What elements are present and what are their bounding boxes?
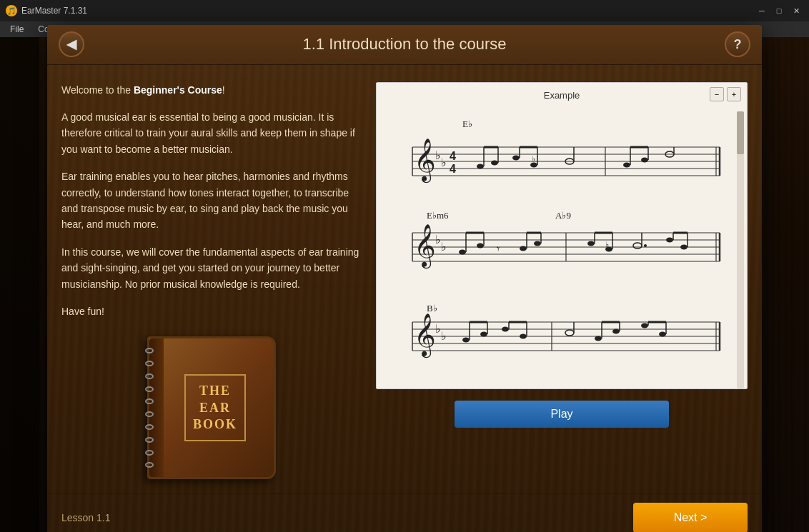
- scrollbar-track: [737, 111, 744, 388]
- book-area: THE EAR BOOK: [61, 336, 362, 479]
- lesson-label: Lesson 1.1: [61, 512, 111, 523]
- app-icon: 🎵: [6, 5, 17, 16]
- spiral-ring: [145, 450, 154, 456]
- paragraph-5: Have fun!: [61, 303, 362, 319]
- svg-text:♭: ♭: [441, 330, 447, 342]
- svg-text:♭: ♭: [435, 323, 441, 335]
- svg-text:♭: ♭: [605, 240, 609, 249]
- app-title: EarMaster 7.1.31: [21, 6, 87, 16]
- sheet-music-content: E♭: [377, 83, 747, 388]
- svg-point-20: [530, 162, 537, 167]
- spiral-ring: [145, 398, 154, 404]
- zoom-out-button[interactable]: −: [710, 87, 724, 101]
- spiral-ring: [145, 437, 154, 443]
- title-bar-left: 🎵 EarMaster 7.1.31: [6, 5, 87, 16]
- spiral-ring: [145, 386, 154, 392]
- svg-point-18: [512, 155, 520, 160]
- svg-point-105: [659, 331, 666, 336]
- svg-point-65: [633, 243, 642, 249]
- svg-text:𝄞: 𝄞: [414, 224, 436, 269]
- title-bar: 🎵 EarMaster 7.1.31 ─ □ ✕: [0, 0, 809, 21]
- modal-footer: Lesson 1.1 Next >: [47, 493, 762, 532]
- svg-point-59: [587, 241, 595, 246]
- svg-point-85: [462, 337, 470, 342]
- svg-point-100: [612, 328, 620, 333]
- spiral-ring: [145, 361, 154, 366]
- svg-text:♭: ♭: [435, 234, 441, 246]
- svg-text:E♭m6: E♭m6: [427, 210, 449, 221]
- svg-point-70: [680, 244, 688, 249]
- chord-label-eb: E♭: [462, 119, 472, 129]
- svg-point-90: [502, 326, 509, 331]
- paragraph-3: Ear training enables you to hear pitches…: [61, 169, 362, 233]
- example-label: Example: [544, 90, 580, 101]
- sheet-music-display: Example − + E♭: [376, 82, 748, 389]
- back-button[interactable]: ◀: [59, 31, 84, 57]
- svg-point-15: [491, 160, 498, 165]
- paragraph-4: In this course, we will cover the fundam…: [61, 244, 362, 292]
- modal-overlay: ◀ 1.1 Introduction to the course ? Welco…: [0, 37, 809, 532]
- ear-book-decoration: THE EAR BOOK: [147, 336, 276, 479]
- svg-point-27: [623, 162, 630, 167]
- menu-file[interactable]: File: [3, 23, 31, 36]
- svg-text:♭: ♭: [435, 149, 441, 161]
- scrollbar-thumb: [737, 111, 744, 154]
- svg-point-67: [644, 244, 647, 247]
- svg-point-98: [595, 336, 602, 341]
- book-title: THE EAR BOOK: [184, 374, 246, 441]
- svg-text:♭: ♭: [532, 154, 535, 163]
- modal-body: Welcome to the Beginner's Course! A good…: [47, 65, 762, 494]
- spiral-ring: [145, 373, 154, 379]
- svg-point-87: [480, 331, 487, 336]
- svg-point-68: [666, 237, 673, 242]
- title-bar-controls: ─ □ ✕: [755, 4, 803, 18]
- svg-point-96: [565, 330, 574, 336]
- app-background: ◀ 1.1 Introduction to the course ? Welco…: [0, 37, 809, 532]
- svg-point-13: [477, 164, 484, 169]
- svg-point-47: [459, 249, 466, 254]
- svg-text:♭: ♭: [441, 241, 447, 253]
- modal-dialog: ◀ 1.1 Introduction to the course ? Welco…: [47, 25, 762, 532]
- svg-text:A♭9: A♭9: [555, 210, 571, 221]
- spiral-ring: [145, 424, 154, 430]
- play-button[interactable]: Play: [455, 401, 669, 428]
- svg-text:♭: ♭: [441, 156, 447, 169]
- svg-text:4: 4: [450, 163, 456, 175]
- spiral-ring: [145, 348, 154, 353]
- svg-point-53: [520, 246, 527, 251]
- svg-point-29: [641, 157, 648, 162]
- intro-paragraph: Welcome to the Beginner's Course!: [61, 82, 362, 98]
- modal-title: 1.1 Introduction to the course: [84, 35, 725, 54]
- svg-text:B♭: B♭: [427, 303, 437, 313]
- next-button[interactable]: Next >: [633, 503, 748, 532]
- svg-point-103: [641, 323, 648, 328]
- paragraph-2: A good musical ear is essential to being…: [61, 109, 362, 157]
- help-button[interactable]: ?: [725, 31, 750, 57]
- sheet-music-svg: E♭: [384, 111, 734, 388]
- svg-text:𝄞: 𝄞: [414, 139, 436, 184]
- book-spiral: [144, 338, 155, 477]
- svg-text:4: 4: [450, 150, 456, 162]
- svg-point-49: [477, 243, 484, 248]
- svg-point-55: [534, 241, 541, 246]
- spiral-ring: [145, 462, 154, 468]
- play-button-area: Play: [376, 401, 748, 428]
- music-panel: Example − + E♭: [376, 82, 748, 428]
- svg-point-92: [520, 333, 527, 338]
- modal-text: Welcome to the Beginner's Course! A good…: [61, 82, 362, 331]
- zoom-in-button[interactable]: +: [727, 87, 741, 101]
- left-column: Welcome to the Beginner's Course! A good…: [61, 82, 362, 480]
- zoom-controls: − +: [710, 87, 741, 101]
- svg-text:𝄞: 𝄞: [414, 313, 436, 358]
- close-button[interactable]: ✕: [789, 4, 803, 18]
- minimize-button[interactable]: ─: [755, 4, 769, 18]
- maximize-button[interactable]: □: [772, 4, 786, 18]
- spiral-ring: [145, 411, 154, 417]
- modal-header: ◀ 1.1 Introduction to the course ?: [47, 25, 762, 65]
